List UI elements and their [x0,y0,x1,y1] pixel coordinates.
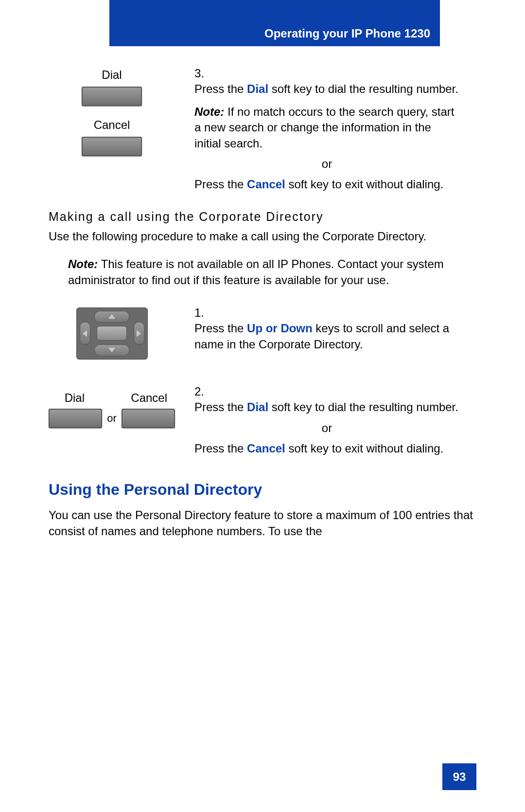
corp-step-2-text: 2. Press the Dial soft key to dial the r… [194,384,476,457]
corporate-directory-heading: Making a call using the Corporate Direct… [49,210,476,224]
updown-keyword: Up or Down [247,322,313,335]
dial-softkey-button-icon [82,87,142,106]
nav-down-icon [94,344,129,356]
dial-softkey-button-icon [49,409,102,428]
cancel-softkey-label: Cancel [49,118,175,132]
step-3-left: Dial Cancel [49,66,175,193]
or-separator: or [107,412,117,425]
nav-center-icon [97,326,127,341]
note-text: If no match occurs to the search query, … [194,105,454,150]
note-label: Note: [194,105,224,118]
personal-directory-heading: Using the Personal Directory [49,481,476,499]
corp-step-2-row: Dial Cancel or 2. Press the Dial soft ke… [49,384,476,457]
nav-right-icon [134,322,144,345]
nav-left-icon [80,322,90,345]
text-fragment: soft key to dial the resulting number. [268,82,458,95]
text-fragment: Press the [194,178,247,191]
text-fragment: Press the [194,400,247,414]
step-body: Press the Dial soft key to dial the resu… [194,81,459,192]
cancel-keyword: Cancel [247,178,285,191]
step-body: Press the Up or Down keys to scroll and … [194,321,459,352]
nav-up-icon [94,311,129,323]
cancel-keyword: Cancel [247,442,285,455]
corp-step-1-left [49,305,175,360]
or-separator: or [194,156,459,172]
dial-keyword: Dial [247,82,268,95]
cancel-column: Cancel [123,391,175,405]
step-number: 2. [194,384,209,399]
step-3-row: Dial Cancel 3. Press the Dial soft key t… [49,66,476,193]
note-label: Note: [68,257,98,271]
dual-button-row: Dial Cancel [49,391,175,405]
step-body: Press the Dial soft key to dial the resu… [194,399,459,456]
note-text: This feature is not available on all IP … [68,257,444,286]
corp-step-1-row: 1. Press the Up or Down keys to scroll a… [49,305,476,360]
page-number-value: 93 [453,770,466,784]
step-number: 1. [194,305,209,321]
dial-column: Dial [49,391,101,405]
step-number: 3. [194,66,209,81]
text-fragment: Press the [194,322,247,335]
page-content: Dial Cancel 3. Press the Dial soft key t… [49,66,476,551]
text-fragment: soft key to exit without dialing. [285,442,444,455]
text-fragment: soft key to dial the resulting number. [268,400,458,414]
corporate-directory-intro: Use the following procedure to make a ca… [49,229,476,244]
corporate-directory-note: Note: This feature is not available on a… [68,256,467,288]
text-fragment: Press the [194,442,247,455]
corp-step-1-text: 1. Press the Up or Down keys to scroll a… [194,305,476,360]
navigation-keys-icon [76,307,148,360]
cancel-softkey-button-icon [122,409,175,428]
dial-softkey-label: Dial [49,68,175,82]
dial-softkey-label: Dial [49,391,101,405]
or-separator: or [194,420,459,436]
cancel-softkey-button-icon [82,137,142,156]
dial-keyword: Dial [247,400,268,414]
personal-directory-body: You can use the Personal Directory featu… [49,507,476,539]
text-fragment: soft key to exit without dialing. [285,178,444,191]
dual-button-row-2: or [49,409,175,428]
header-banner: Operating your IP Phone 1230 [109,0,440,46]
page-number: 93 [442,763,476,790]
header-title: Operating your IP Phone 1230 [264,27,430,40]
text-fragment: Press the [194,82,247,95]
step-3-text: 3. Press the Dial soft key to dial the r… [194,66,476,193]
cancel-softkey-label: Cancel [123,391,175,405]
corp-step-2-left: Dial Cancel or [49,384,175,457]
